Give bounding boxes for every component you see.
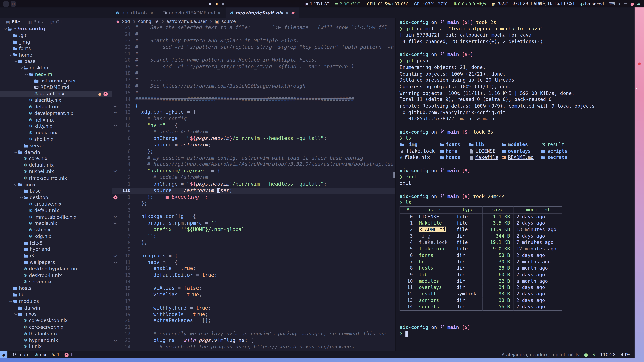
editor-line[interactable]: 13 defaultEditor = true; <box>112 272 395 279</box>
fold-icon[interactable]: ❯ <box>112 111 118 114</box>
neotree-tab-file[interactable]: ▤File <box>6 19 20 24</box>
editor-line[interactable]: 22# sed -ri "s/pattern_str/replace_str/g… <box>112 44 395 51</box>
tree-item-kitty.nix[interactable]: ❄kitty.nix <box>0 123 112 130</box>
fold-icon[interactable]: ❯ <box>112 124 118 127</box>
tree-item-helix.nix[interactable]: ❄helix.nix <box>0 117 112 123</box>
editor-line[interactable]: 4 # https://github.com/AstroNvim/AstroNv… <box>112 161 395 168</box>
editor-line[interactable]: 21# <box>112 51 395 57</box>
breadcrumb-segment[interactable]: astronvim/lua/user <box>166 19 207 24</box>
tree-item-neovim[interactable]: ❯neovim <box>0 71 112 78</box>
editor-line[interactable]: 11 # base config <box>112 116 395 122</box>
scrollbar-thumb[interactable] <box>394 171 394 178</box>
tree-item-core-desktop.nix[interactable]: ❄core-desktop.nix <box>0 318 112 324</box>
tree-item-~/nix-config[interactable]: ❯~/nix-config <box>0 26 112 32</box>
record-icon[interactable]: ● <box>630 1 634 6</box>
tree-item-core-server.nix[interactable]: ❄core-server.nix <box>0 324 112 331</box>
editor-line[interactable]: ❯5 programs.npm.npmrc = '' <box>112 220 395 227</box>
shell-input-line[interactable]: ❯ <box>400 331 634 337</box>
tree-item-desktop[interactable]: ❯desktop <box>0 65 112 71</box>
editor-line[interactable]: 8 }; <box>112 240 395 246</box>
tree-item-media.nix[interactable]: ❄media.nix <box>0 220 112 227</box>
neotree-tab-git[interactable]: ▧Git <box>50 19 62 24</box>
tree-item-media.nix[interactable]: ❄media.nix <box>0 130 112 136</box>
tree-item-nixos[interactable]: ❯nixos <box>0 311 112 318</box>
tree-item-fhs-fonts.nix[interactable]: ❄fhs-fonts.nix <box>0 331 112 337</box>
tree-item-desktop[interactable]: ❯desktop <box>0 194 112 201</box>
editor-line[interactable]: 14######################################… <box>112 96 395 103</box>
editor-line[interactable]: 16# See https://astronvim.com/Basic%20Us… <box>112 83 395 90</box>
editor-line[interactable]: 8 onChange = "${pkgs.neovim}/bin/nvim --… <box>112 135 395 142</box>
fold-icon[interactable]: ❯ <box>112 255 118 257</box>
tree-item-alacritty.nix[interactable]: ❄alacritty.nix <box>0 97 112 104</box>
terminal-icon[interactable]: ▰ <box>637 1 640 6</box>
breadcrumb-segment[interactable]: xdg <box>122 19 130 24</box>
tree-item-home[interactable]: ❯home <box>0 52 112 58</box>
tree-item-modules[interactable]: ❯modules <box>0 298 112 305</box>
editor-line[interactable]: 24# <box>112 31 395 38</box>
editor-line[interactable]: 5 # my cusotom astronvim config, astronv… <box>112 155 395 161</box>
breadcrumb-segment[interactable]: source <box>222 19 236 24</box>
editor-line[interactable]: 17 <box>112 298 395 305</box>
editor-line[interactable]: ❯10 "nvim" = { <box>112 122 395 129</box>
bluetooth-icon[interactable]: ᛒ <box>618 1 620 6</box>
tree-item-fonts[interactable]: fonts <box>0 45 112 52</box>
tree-item-server[interactable]: server <box>0 143 112 149</box>
breadcrumb-segment[interactable]: configFile <box>138 19 158 24</box>
tree-item-astronvim_user[interactable]: astronvim_user <box>0 78 112 84</box>
fold-icon[interactable]: ❯ <box>112 216 118 218</box>
editor-line[interactable]: 6 }; <box>112 148 395 155</box>
tree-item-_img[interactable]: _img <box>0 39 112 45</box>
editor-line[interactable]: 23# Search key pattern and Replace in Mu… <box>112 38 395 44</box>
close-icon[interactable]: × <box>150 10 154 15</box>
tree-item-hyprland.nix[interactable]: ❄hyprland.nix <box>0 337 112 344</box>
editor-line[interactable]: ❯4 nixpkgs.config = { <box>112 214 395 220</box>
editor-line[interactable]: 18 withPython3 = true; <box>112 305 395 311</box>
tree-item-hosts[interactable]: hosts <box>0 285 112 292</box>
editor-line[interactable]: 2 }; <box>112 201 395 207</box>
editor-line[interactable]: ❯13{ <box>112 103 395 109</box>
tray-app-icon[interactable]: ▪ <box>222 2 224 6</box>
window-button-2[interactable]: ▢ <box>11 1 16 6</box>
tree-item-server.nix[interactable]: ❄server.nix <box>0 279 112 285</box>
editor-line[interactable]: 21 <box>112 324 395 331</box>
tree-item-default.nix[interactable]: ❄default.nix <box>0 207 112 214</box>
editor-line[interactable]: 25# Save the selected text to a file: `:… <box>112 25 395 31</box>
tree-item-base[interactable]: ❯base <box>0 58 112 65</box>
editor-line[interactable]: ❯10 programs = { <box>112 253 395 259</box>
fold-icon[interactable]: ❯ <box>112 261 118 264</box>
keyboard-icon[interactable]: ⌨ <box>609 1 615 6</box>
terminal[interactable]: nix-config on main [$!] took 2s❯ git com… <box>395 18 634 352</box>
editor-line[interactable]: 2 # update AstroNvim <box>112 174 395 181</box>
tree-item-base[interactable]: base <box>0 188 112 194</box>
editor-line[interactable]: 7 ''; <box>112 233 395 240</box>
editor-line[interactable]: 18# <box>112 70 395 77</box>
tree-item-darwin[interactable]: ❯darwin <box>0 149 112 156</box>
neotree-tab-bufs[interactable]: ▥Bufs <box>28 19 43 24</box>
editor-line[interactable]: 20# Search file name pattern and Replace… <box>112 57 395 64</box>
editor-line[interactable]: 15# <box>112 90 395 96</box>
buffer-tab-alacritty.nix[interactable]: ❄alacritty.nix× <box>112 7 158 18</box>
window-button-1[interactable]: ▢ <box>3 1 9 6</box>
tray-files-icon[interactable]: ▪ <box>215 2 218 6</box>
fold-icon[interactable]: ❯ <box>112 170 118 172</box>
editor-line[interactable]: 19 withNodeJs = true; <box>112 311 395 318</box>
close-icon[interactable]: × <box>286 10 289 15</box>
tree-item-desktop-i3.nix[interactable]: ❄desktop-i3.nix <box>0 272 112 279</box>
editor-line[interactable]: 14 <box>112 279 395 285</box>
editor-line[interactable]: 20 extraPackages = []; <box>112 318 395 324</box>
fold-icon[interactable]: ❯ <box>112 105 118 107</box>
fold-icon[interactable]: ❯ <box>112 339 118 342</box>
editor-line[interactable]: 7 source = astronvim; <box>112 142 395 148</box>
tree-item-rime-squirrel.nix[interactable]: ❄rime-squirrel.nix <box>0 175 112 182</box>
fold-icon[interactable]: ❯ <box>112 222 118 225</box>
tree-item-ssh.nix[interactable]: ❄ssh.nix <box>0 227 112 233</box>
editor-line[interactable]: 9 <box>112 246 395 253</box>
editor-line[interactable]: ❯3 "astronvim/lua/user" = { <box>112 168 395 174</box>
buffer-tab-neovim/README.md[interactable]: neovim/README.md× <box>158 7 226 18</box>
tree-item-linux[interactable]: ❯linux <box>0 182 112 188</box>
editor-line[interactable]: 24 # search all the plugins using https:… <box>112 344 395 351</box>
editor-line[interactable]: 110 source = ./astronvim_user; <box>112 188 395 194</box>
editor-line[interactable]: 12 enable = true; <box>112 266 395 272</box>
tree-item-darwin[interactable]: darwin <box>0 305 112 311</box>
tree-item-i3.nix[interactable]: ❄i3.nix <box>0 344 112 350</box>
